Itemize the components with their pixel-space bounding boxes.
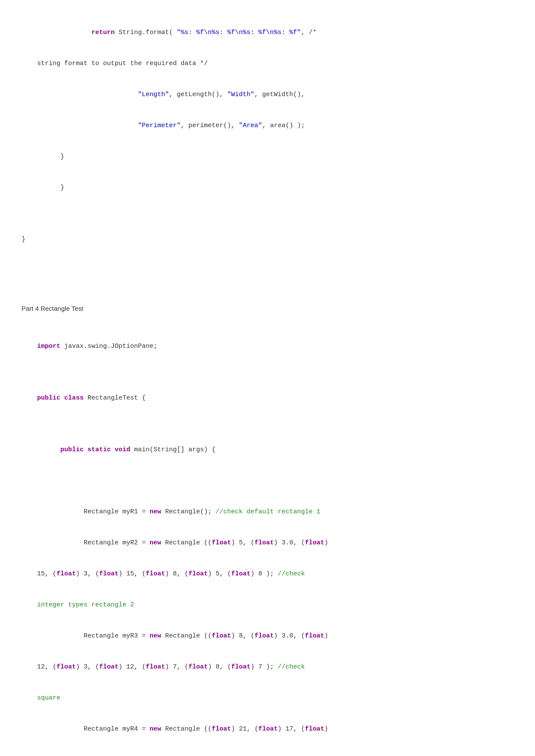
code-line-length: "Length", getLength(), "Width", getWidth… xyxy=(22,79,513,110)
myR3-line1: Rectangle myR3 = new Rectangle ((float) … xyxy=(22,621,513,652)
code-line-close2: } xyxy=(22,172,513,203)
myR3-line2: 12, (float) 3, (float) 12, (float) 7, (f… xyxy=(22,652,513,683)
part4-title: Part 4 Rectangle Test xyxy=(22,303,513,314)
myR3-comment: square xyxy=(22,683,513,714)
code-line-return: return String.format( "%s: %f\n%s: %f\n%… xyxy=(22,17,513,48)
class-declaration: public class RectangleTest { xyxy=(22,383,513,414)
top-code-section: return String.format( "%s: %f\n%s: %f\n%… xyxy=(22,17,513,203)
myR2-comment: integer types rectangle 2 xyxy=(22,590,513,621)
myR2-line2: 15, (float) 3, (float) 15, (float) 8, (f… xyxy=(22,559,513,590)
code-line-perimeter: "Perimeter", perimeter(), "Area", area()… xyxy=(22,110,513,141)
import-line: import javax.swing.JOptionPane; xyxy=(22,331,513,362)
myR1-line: Rectangle myR1 = new Rectangle(); //chec… xyxy=(22,497,513,528)
class-line: public class RectangleTest { xyxy=(22,383,513,414)
code-line-comment: string format to output the required dat… xyxy=(22,48,513,79)
code-line-empty1: } xyxy=(22,234,513,245)
code-line-close1: } xyxy=(22,141,513,172)
import-section: import javax.swing.JOptionPane; xyxy=(22,331,513,362)
main-method-line: public static void main(String[] args) { xyxy=(22,434,513,465)
rectangle-declarations: Rectangle myR1 = new Rectangle(); //chec… xyxy=(22,497,513,756)
myR2-line1: Rectangle myR2 = new Rectangle ((float) … xyxy=(22,528,513,559)
myR4-line1: Rectangle myR4 = new Rectangle ((float) … xyxy=(22,714,513,745)
main-method: public static void main(String[] args) { xyxy=(22,434,513,465)
myR4-line2: 12, (float) 3, (float) 12, (float) 7, (f… xyxy=(22,745,513,756)
